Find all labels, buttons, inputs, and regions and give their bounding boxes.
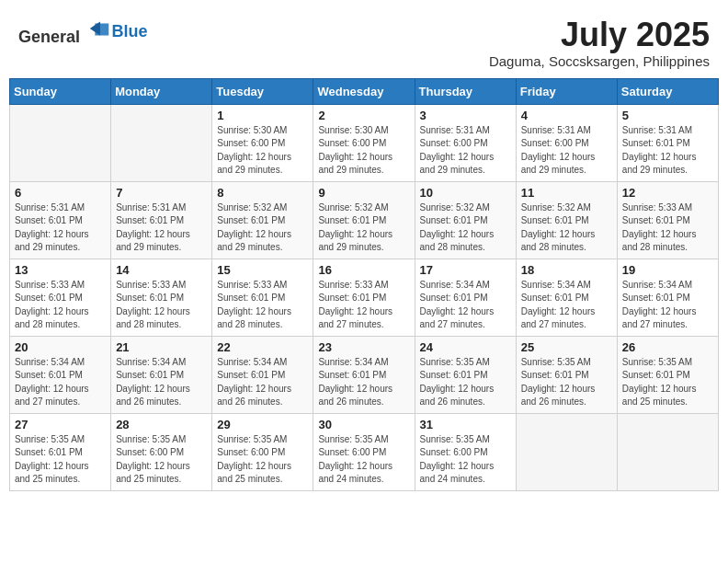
day-info: Sunrise: 5:32 AMSunset: 6:01 PMDaylight:… (420, 201, 511, 255)
day-number: 10 (420, 186, 511, 200)
calendar-cell: 23Sunrise: 5:34 AMSunset: 6:01 PMDayligh… (313, 336, 415, 413)
day-number: 11 (521, 186, 612, 200)
calendar-cell: 17Sunrise: 5:34 AMSunset: 6:01 PMDayligh… (415, 259, 516, 336)
calendar-cell: 15Sunrise: 5:33 AMSunset: 6:01 PMDayligh… (212, 259, 313, 336)
calendar-cell: 11Sunrise: 5:32 AMSunset: 6:01 PMDayligh… (516, 181, 617, 259)
day-number: 31 (420, 418, 511, 431)
week-row-2: 6Sunrise: 5:31 AMSunset: 6:01 PMDaylight… (10, 181, 719, 259)
weekday-header-thursday: Thursday (415, 78, 516, 104)
week-row-3: 13Sunrise: 5:33 AMSunset: 6:01 PMDayligh… (10, 259, 719, 336)
svg-marker-1 (89, 22, 99, 36)
day-info: Sunrise: 5:34 AMSunset: 6:01 PMDaylight:… (116, 356, 207, 409)
calendar-cell: 21Sunrise: 5:34 AMSunset: 6:01 PMDayligh… (111, 336, 212, 413)
day-number: 13 (15, 263, 106, 277)
weekday-header-monday: Monday (111, 78, 212, 104)
day-number: 18 (521, 263, 612, 277)
day-info: Sunrise: 5:35 AMSunset: 6:01 PMDaylight:… (521, 356, 612, 409)
day-info: Sunrise: 5:34 AMSunset: 6:01 PMDaylight:… (521, 279, 612, 332)
day-info: Sunrise: 5:35 AMSunset: 6:00 PMDaylight:… (116, 433, 207, 487)
day-info: Sunrise: 5:33 AMSunset: 6:01 PMDaylight:… (318, 279, 409, 332)
day-number: 24 (420, 340, 511, 354)
calendar-cell: 24Sunrise: 5:35 AMSunset: 6:01 PMDayligh… (415, 336, 516, 413)
day-number: 27 (15, 418, 106, 431)
calendar-table: SundayMondayTuesdayWednesdayThursdayFrid… (9, 78, 719, 491)
day-info: Sunrise: 5:32 AMSunset: 6:01 PMDaylight:… (318, 201, 409, 255)
calendar-cell: 20Sunrise: 5:34 AMSunset: 6:01 PMDayligh… (10, 336, 111, 413)
weekday-header-saturday: Saturday (617, 78, 718, 104)
calendar-cell: 6Sunrise: 5:31 AMSunset: 6:01 PMDaylight… (10, 181, 111, 259)
day-info: Sunrise: 5:33 AMSunset: 6:01 PMDaylight:… (622, 201, 713, 255)
day-info: Sunrise: 5:34 AMSunset: 6:01 PMDaylight:… (217, 356, 308, 409)
calendar-cell: 3Sunrise: 5:31 AMSunset: 6:00 PMDaylight… (415, 104, 516, 181)
day-number: 7 (116, 186, 207, 200)
day-number: 20 (15, 340, 106, 354)
calendar-cell: 13Sunrise: 5:33 AMSunset: 6:01 PMDayligh… (10, 259, 111, 336)
day-info: Sunrise: 5:32 AMSunset: 6:01 PMDaylight:… (217, 201, 308, 255)
day-number: 4 (521, 109, 612, 122)
day-number: 25 (521, 340, 612, 354)
day-info: Sunrise: 5:35 AMSunset: 6:01 PMDaylight:… (15, 433, 106, 487)
day-info: Sunrise: 5:33 AMSunset: 6:01 PMDaylight:… (217, 279, 308, 332)
day-info: Sunrise: 5:31 AMSunset: 6:01 PMDaylight:… (15, 201, 106, 255)
page-header: General Blue July 2025 Daguma, Soccsksar… (9, 9, 719, 73)
day-number: 22 (217, 340, 308, 354)
day-info: Sunrise: 5:34 AMSunset: 6:01 PMDaylight:… (622, 279, 713, 332)
day-number: 15 (217, 263, 308, 277)
calendar-cell: 26Sunrise: 5:35 AMSunset: 6:01 PMDayligh… (617, 336, 718, 413)
day-number: 9 (318, 186, 409, 200)
day-number: 12 (622, 186, 713, 200)
day-number: 17 (420, 263, 511, 277)
weekday-header-wednesday: Wednesday (313, 78, 415, 104)
calendar-cell: 8Sunrise: 5:32 AMSunset: 6:01 PMDaylight… (212, 181, 313, 259)
calendar-cell: 9Sunrise: 5:32 AMSunset: 6:01 PMDaylight… (313, 181, 415, 259)
day-info: Sunrise: 5:34 AMSunset: 6:01 PMDaylight:… (15, 356, 106, 409)
calendar-cell: 12Sunrise: 5:33 AMSunset: 6:01 PMDayligh… (617, 181, 718, 259)
weekday-header-tuesday: Tuesday (212, 78, 313, 104)
logo-blue: Blue (112, 22, 148, 40)
calendar-cell: 29Sunrise: 5:35 AMSunset: 6:00 PMDayligh… (212, 413, 313, 490)
logo-text: General (18, 17, 112, 47)
day-info: Sunrise: 5:32 AMSunset: 6:01 PMDaylight:… (521, 201, 612, 255)
day-info: Sunrise: 5:30 AMSunset: 6:00 PMDaylight:… (217, 124, 308, 178)
day-info: Sunrise: 5:35 AMSunset: 6:01 PMDaylight:… (420, 356, 511, 409)
title-block: July 2025 Daguma, Soccsksargen, Philippi… (489, 17, 710, 69)
calendar-cell: 2Sunrise: 5:30 AMSunset: 6:00 PMDaylight… (313, 104, 415, 181)
day-info: Sunrise: 5:34 AMSunset: 6:01 PMDaylight:… (318, 356, 409, 409)
logo: General Blue (18, 17, 148, 47)
calendar-cell: 22Sunrise: 5:34 AMSunset: 6:01 PMDayligh… (212, 336, 313, 413)
weekday-header-sunday: Sunday (10, 78, 111, 104)
day-number: 14 (116, 263, 207, 277)
calendar-cell: 19Sunrise: 5:34 AMSunset: 6:01 PMDayligh… (617, 259, 718, 336)
day-info: Sunrise: 5:34 AMSunset: 6:01 PMDaylight:… (420, 279, 511, 332)
day-number: 8 (217, 186, 308, 200)
logo-icon (86, 17, 112, 42)
day-number: 26 (622, 340, 713, 354)
calendar-cell: 4Sunrise: 5:31 AMSunset: 6:00 PMDaylight… (516, 104, 617, 181)
calendar-cell: 30Sunrise: 5:35 AMSunset: 6:00 PMDayligh… (313, 413, 415, 490)
day-info: Sunrise: 5:31 AMSunset: 6:00 PMDaylight:… (420, 124, 511, 178)
calendar-cell (516, 413, 617, 490)
week-row-4: 20Sunrise: 5:34 AMSunset: 6:01 PMDayligh… (10, 336, 719, 413)
calendar-cell: 14Sunrise: 5:33 AMSunset: 6:01 PMDayligh… (111, 259, 212, 336)
logo-general: General (18, 28, 80, 46)
day-info: Sunrise: 5:35 AMSunset: 6:01 PMDaylight:… (622, 356, 713, 409)
day-number: 28 (116, 418, 207, 431)
calendar-cell: 16Sunrise: 5:33 AMSunset: 6:01 PMDayligh… (313, 259, 415, 336)
day-info: Sunrise: 5:31 AMSunset: 6:01 PMDaylight:… (116, 201, 207, 255)
weekday-header-friday: Friday (516, 78, 617, 104)
day-number: 1 (217, 109, 308, 122)
day-number: 5 (622, 109, 713, 122)
day-info: Sunrise: 5:35 AMSunset: 6:00 PMDaylight:… (217, 433, 308, 487)
calendar-cell: 31Sunrise: 5:35 AMSunset: 6:00 PMDayligh… (415, 413, 516, 490)
calendar-cell: 27Sunrise: 5:35 AMSunset: 6:01 PMDayligh… (10, 413, 111, 490)
day-info: Sunrise: 5:33 AMSunset: 6:01 PMDaylight:… (15, 279, 106, 332)
day-number: 19 (622, 263, 713, 277)
day-info: Sunrise: 5:30 AMSunset: 6:00 PMDaylight:… (318, 124, 409, 178)
day-info: Sunrise: 5:31 AMSunset: 6:00 PMDaylight:… (521, 124, 612, 178)
day-number: 30 (318, 418, 409, 431)
day-info: Sunrise: 5:35 AMSunset: 6:00 PMDaylight:… (420, 433, 511, 487)
calendar-cell: 1Sunrise: 5:30 AMSunset: 6:00 PMDaylight… (212, 104, 313, 181)
calendar-cell: 10Sunrise: 5:32 AMSunset: 6:01 PMDayligh… (415, 181, 516, 259)
logo-blue-text: Blue (112, 22, 148, 41)
calendar-cell (617, 413, 718, 490)
